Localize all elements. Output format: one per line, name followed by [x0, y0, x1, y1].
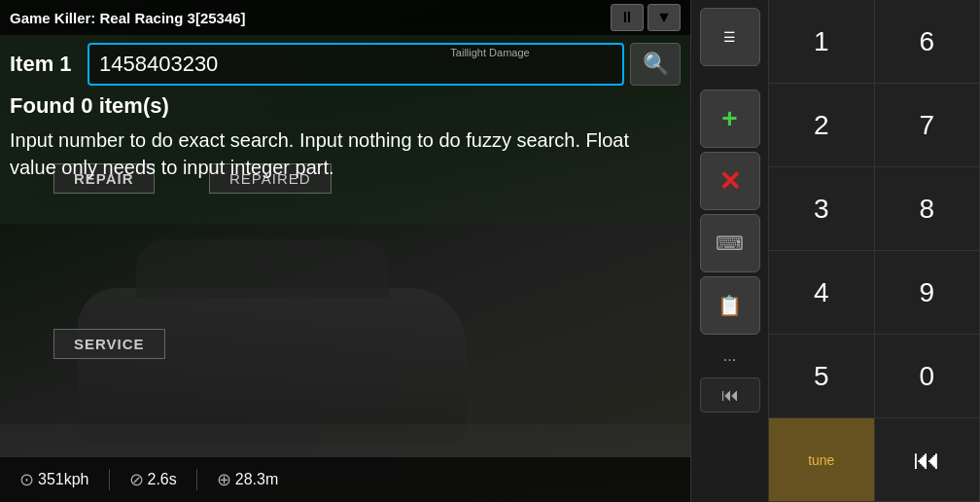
search-button[interactable]: 🔍 [630, 43, 681, 86]
plus-icon: + [721, 103, 737, 134]
cross-icon: ✕ [718, 165, 741, 197]
numpad-7[interactable]: 7 [875, 84, 981, 167]
pause-icon: ⏸ [619, 9, 635, 26]
search-input-wrapper: Taillight Damage [88, 43, 624, 86]
numpad-6[interactable]: 6 [875, 0, 981, 84]
search-hint: Taillight Damage [356, 47, 624, 58]
app-title: Game Killer: Real Racing 3[25346] [10, 10, 611, 26]
add-button[interactable]: + [700, 90, 760, 148]
numpad-1[interactable]: 1 [769, 0, 875, 84]
speed-icon: ⊙ [19, 469, 34, 490]
right-panel: ☰ + ✕ ⌨ 📋 ... ⏮ 1 6 2 7 3 8 4 9 5 0 tune [690, 0, 980, 502]
bottom-stats-bar: ⊙ 351kph ⊘ 2.6s ⊕ 28.3m [0, 457, 690, 502]
title-bar: Game Killer: Real Racing 3[25346] ⏸ ▼ [0, 0, 690, 35]
time-value: 2.6s [148, 471, 177, 488]
list-button[interactable]: ☰ [700, 8, 760, 66]
back-icon: ⏮ [721, 385, 739, 406]
search-icon: 🔍 [643, 52, 669, 77]
control-column: ☰ + ✕ ⌨ 📋 ... ⏮ [690, 0, 768, 502]
back-button[interactable]: ⏮ [700, 377, 760, 412]
numpad-2[interactable]: 2 [769, 84, 875, 167]
numpad-4[interactable]: 4 [769, 251, 875, 335]
speed-stat: ⊙ 351kph [0, 469, 110, 490]
numpad-9[interactable]: 9 [875, 251, 981, 335]
numpad-8[interactable]: 8 [875, 167, 981, 251]
numpad-tune[interactable]: tune [769, 418, 875, 502]
help-text: Input number to do exact search. Input n… [10, 126, 681, 181]
main-panel: Item 1 Taillight Damage 🔍 Found 0 item(s… [0, 35, 690, 189]
more-options-button[interactable]: ... [700, 339, 760, 374]
distance-value: 28.3m [235, 471, 278, 488]
numpad: 1 6 2 7 3 8 4 9 5 0 tune ⏮ [768, 0, 980, 502]
speed-value: 351kph [38, 471, 89, 488]
dots-label: ... [723, 347, 736, 365]
delete-button[interactable]: ✕ [700, 152, 760, 210]
numpad-5[interactable]: 5 [769, 335, 875, 418]
menu-button[interactable]: ▼ [648, 4, 681, 31]
found-results: Found 0 item(s) [10, 93, 681, 119]
keyboard-icon: ⌨ [716, 232, 744, 255]
distance-stat: ⊕ 28.3m [197, 469, 298, 490]
service-label: SERVICE [53, 329, 165, 359]
keyboard-button[interactable]: ⌨ [700, 214, 760, 272]
numpad-0[interactable]: 0 [875, 335, 981, 418]
files-icon: 📋 [718, 294, 742, 317]
menu-icon: ▼ [656, 9, 672, 26]
time-stat: ⊘ 2.6s [110, 469, 197, 490]
numpad-backspace[interactable]: ⏮ [875, 418, 981, 502]
files-button[interactable]: 📋 [700, 276, 760, 335]
item-label: Item 1 [10, 52, 78, 77]
distance-icon: ⊕ [217, 469, 231, 490]
search-row: Item 1 Taillight Damage 🔍 [10, 43, 681, 86]
list-icon: ☰ [723, 29, 736, 45]
time-icon: ⊘ [129, 469, 144, 490]
numpad-3[interactable]: 3 [769, 167, 875, 251]
pause-button[interactable]: ⏸ [611, 4, 644, 31]
